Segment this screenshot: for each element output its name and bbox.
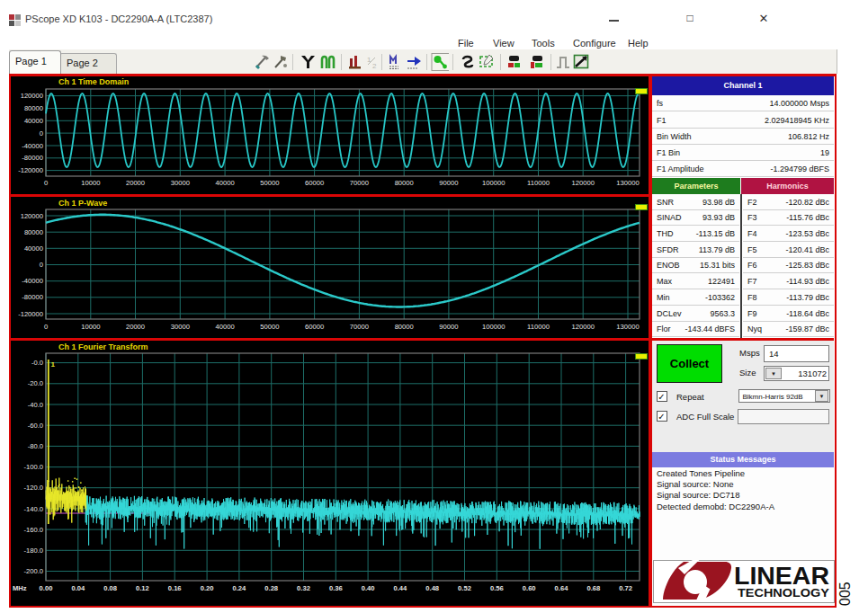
svg-text:120000: 120000 xyxy=(21,212,43,220)
svg-text:20000: 20000 xyxy=(126,323,145,331)
svg-text:-80000: -80000 xyxy=(22,154,43,162)
svg-text:0.60: 0.60 xyxy=(523,584,536,592)
svg-text:60000: 60000 xyxy=(305,179,324,187)
svg-text:-40.0: -40.0 xyxy=(28,401,43,409)
svg-text:0.24: 0.24 xyxy=(233,584,247,592)
svg-text:0.64: 0.64 xyxy=(555,584,569,592)
svg-text:0.08: 0.08 xyxy=(103,584,117,592)
svg-text:-140.0: -140.0 xyxy=(23,505,43,513)
svg-text:0.44: 0.44 xyxy=(394,584,408,592)
svg-text:0.00: 0.00 xyxy=(40,584,53,592)
svg-text:90000: 90000 xyxy=(439,323,458,331)
svg-text:-40000: -40000 xyxy=(22,277,43,285)
svg-text:0.48: 0.48 xyxy=(425,584,439,592)
svg-text:1: 1 xyxy=(367,56,371,64)
svg-text:0: 0 xyxy=(44,179,48,187)
svg-text:60000: 60000 xyxy=(305,323,324,331)
svg-text:30000: 30000 xyxy=(171,179,190,187)
svg-text:0.72: 0.72 xyxy=(619,584,632,592)
svg-text:130000: 130000 xyxy=(616,179,639,187)
svg-text:MHz: MHz xyxy=(13,584,27,592)
svg-text:2: 2 xyxy=(372,62,377,70)
svg-text:-40000: -40000 xyxy=(22,142,43,150)
svg-text:0: 0 xyxy=(44,323,48,331)
svg-text:30000: 30000 xyxy=(171,323,190,331)
svg-text:0.12: 0.12 xyxy=(136,584,149,592)
svg-text:80000: 80000 xyxy=(395,323,414,331)
svg-text:1: 1 xyxy=(51,360,56,369)
svg-text:Ch 1 Time Domain: Ch 1 Time Domain xyxy=(58,77,129,86)
svg-text:0: 0 xyxy=(40,261,43,269)
svg-text:-180.0: -180.0 xyxy=(23,546,43,555)
svg-text:-100.0: -100.0 xyxy=(23,463,43,471)
svg-text:50000: 50000 xyxy=(260,323,279,331)
svg-text:70000: 70000 xyxy=(350,179,369,187)
svg-text:0: 0 xyxy=(40,129,43,138)
svg-text:100000: 100000 xyxy=(482,323,505,331)
svg-text:0.36: 0.36 xyxy=(329,584,343,592)
svg-text:80000: 80000 xyxy=(24,228,43,236)
svg-text:70000: 70000 xyxy=(350,323,369,331)
svg-text:-80000: -80000 xyxy=(22,293,43,301)
svg-text:0.68: 0.68 xyxy=(586,584,600,592)
svg-text:-120000: -120000 xyxy=(18,310,43,318)
svg-text:-160.0: -160.0 xyxy=(23,526,43,534)
svg-text:100000: 100000 xyxy=(482,179,505,187)
svg-text:120000: 120000 xyxy=(572,179,595,187)
svg-text:-60.0: -60.0 xyxy=(28,422,43,430)
svg-text:0.16: 0.16 xyxy=(168,584,182,592)
svg-text:110000: 110000 xyxy=(527,179,550,187)
svg-text:-120000: -120000 xyxy=(18,166,43,174)
svg-text:120000: 120000 xyxy=(572,323,595,331)
svg-text:0.04: 0.04 xyxy=(71,584,85,592)
svg-text:0.32: 0.32 xyxy=(297,584,310,592)
svg-text:10000: 10000 xyxy=(81,179,100,187)
svg-text:Ch 1 Fourier Transform: Ch 1 Fourier Transform xyxy=(58,342,148,351)
svg-text:0.28: 0.28 xyxy=(264,584,278,592)
svg-text:-120.0: -120.0 xyxy=(23,484,43,492)
svg-text:20000: 20000 xyxy=(126,179,145,187)
svg-text:-80.0: -80.0 xyxy=(28,442,43,450)
svg-text:10000: 10000 xyxy=(81,323,100,331)
svg-text:-20.0: -20.0 xyxy=(28,379,43,387)
svg-text:0.20: 0.20 xyxy=(201,584,214,592)
svg-text:0.52: 0.52 xyxy=(458,584,471,592)
svg-text:120000: 120000 xyxy=(21,92,43,100)
svg-text:80000: 80000 xyxy=(24,104,43,112)
svg-text:50000: 50000 xyxy=(260,179,279,187)
svg-text:40000: 40000 xyxy=(24,117,43,125)
svg-text:0.40: 0.40 xyxy=(362,584,375,592)
svg-text:40000: 40000 xyxy=(24,244,43,253)
svg-text:110000: 110000 xyxy=(527,323,550,331)
svg-text:-200.0: -200.0 xyxy=(23,567,43,575)
svg-text:Ch 1 P-Wave: Ch 1 P-Wave xyxy=(58,199,107,208)
svg-text:80000: 80000 xyxy=(395,179,414,187)
svg-text:TECHNOLOGY: TECHNOLOGY xyxy=(738,586,829,600)
svg-text:-0.0: -0.0 xyxy=(31,359,43,367)
svg-text:0.56: 0.56 xyxy=(490,584,504,592)
svg-text:40000: 40000 xyxy=(216,179,235,187)
svg-text:90000: 90000 xyxy=(439,179,458,187)
svg-text:130000: 130000 xyxy=(616,323,639,331)
svg-text:40000: 40000 xyxy=(216,323,235,331)
